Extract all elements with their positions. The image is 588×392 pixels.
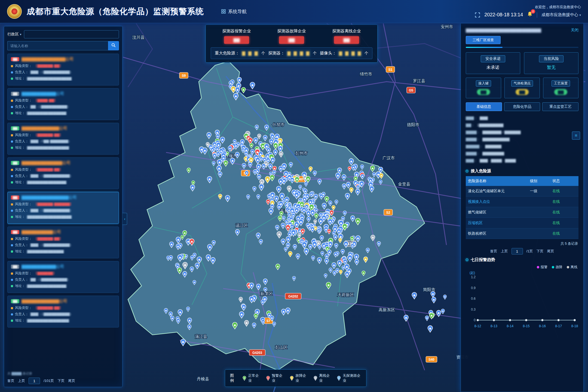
prev-page-link[interactable]: 上页	[18, 378, 25, 383]
info-value: ▇▇▇▇▇▇▇▇	[482, 150, 578, 157]
expand-panel-icon[interactable]: ≡	[572, 131, 580, 140]
table-header: 危险源名称	[466, 176, 528, 186]
svg-text:8-14: 8-14	[507, 324, 513, 328]
close-button[interactable]: 关闭	[571, 28, 578, 33]
first-page-link[interactable]: 首页	[7, 378, 14, 383]
org-dropdown[interactable]: 成都市应急救援中心 ▾	[541, 12, 581, 17]
trend-legend-item: 故障	[552, 265, 562, 270]
hazard-row[interactable]: 压缩机区在线	[466, 218, 578, 228]
search-button[interactable]	[108, 41, 119, 50]
enterprise-card[interactable]: ▇▇▇▇▇▇▇▇▇▇▇▇▇▇▇▇公司风险类型：【▇▇▇▇▇▇-▇▇】负责人：▇▇…	[7, 54, 119, 85]
address-label: 地址：	[15, 76, 25, 81]
address-label: 地址：	[15, 145, 25, 150]
svg-text:S1: S1	[388, 68, 393, 72]
hazard-row[interactable]: 燃气储罐区在线	[466, 207, 578, 218]
next-page-link[interactable]: 下页	[536, 249, 543, 254]
legend-pin-icon	[242, 375, 247, 381]
table-header: 级别	[528, 176, 550, 186]
page-number-input[interactable]	[29, 378, 40, 384]
hazard-name: 液化石油气储罐区单元	[466, 186, 528, 197]
road-shield: G5	[407, 87, 415, 93]
risk-value: 【▇▇▇▇▇▇-▇▇】	[34, 64, 63, 68]
3d-tour-button[interactable]: 三维厂区巡查	[466, 36, 501, 44]
hazard-level	[528, 228, 550, 239]
person-label: 负责人：	[15, 139, 29, 144]
risk-value: 【▇▇▇▇▇▇-▇▇】	[34, 167, 63, 172]
legend-item: 无探测器企业	[337, 373, 361, 383]
enterprise-card[interactable]: ▇▇▇▇▇▇▇▇▇▇▇▇▇▇公司风险类型：【▇▇▇▇▇▇-▇▇】负责人：▇▇▇（…	[7, 123, 119, 155]
current-risk-value: 暂无	[526, 65, 576, 71]
enterprise-card[interactable]: ▇▇▇▇▇▇▇▇▇▇▇▇▇▇公司风险类型：【▇▇▇▇▇▇-▇▇】负责人：▇▇▇（…	[7, 296, 119, 327]
status-badge: ▇▇	[11, 195, 19, 200]
person-label: 负责人：	[15, 277, 29, 282]
svg-text:G5: G5	[409, 88, 413, 92]
detail-tab[interactable]: 危险化学品	[504, 102, 540, 111]
hazard-row[interactable]: 视频接入点位在线	[466, 197, 578, 207]
metric-box: 工艺装置▇▇	[543, 78, 578, 98]
address-icon	[11, 181, 13, 183]
notification-bell-icon[interactable]: 0	[527, 11, 532, 18]
map-place-label: 新津区	[260, 291, 272, 296]
legend-item: 正常企业	[242, 373, 261, 383]
risk-value: 【▇▇▇▇▇▇-▇▇】	[34, 133, 63, 137]
next-page-link[interactable]: 下页	[57, 378, 65, 383]
hazard-row[interactable]: 液化石油气储罐区单元一级在线	[466, 186, 578, 197]
map-place-label: 彭州市	[295, 151, 308, 155]
page-total-label: /1页	[526, 249, 533, 254]
system-nav-label: 系统导航	[228, 8, 247, 15]
legend-label: 故障企业	[295, 373, 308, 383]
enterprise-card[interactable]: ▇▇▇▇▇▇▇▇▇▇▇▇▇公司风险类型：【▇▇▇▇▇▇】负责人：▇▇（1▇▇▇▇…	[7, 261, 119, 293]
risk-icon	[11, 238, 13, 240]
prev-page-link[interactable]: 上页	[501, 249, 508, 254]
legend-label: 无探测器企业	[343, 373, 361, 383]
risk-label: 风险类型：	[15, 64, 32, 68]
address-icon	[11, 147, 13, 149]
enterprise-detail-panel: ▇▇▇▇▇▇▇▇▇▇▇▇▇▇▇▇▇▇▇▇▇▇▇▇ 关闭 三维厂区巡查 安全承诺 …	[461, 23, 584, 392]
enterprise-card[interactable]: ▇▇▇▇▇▇▇▇▇▇▇▇公司风险类型：【▇▇▇▇▇▇-▇▇】负责人：▇▇▇（1▇…	[7, 226, 119, 258]
enterprise-name: ▇▇▇▇▇▇▇▇▇▇▇▇▇公司	[22, 160, 71, 166]
detail-tab[interactable]: 重点监管工艺	[542, 102, 578, 111]
page-number-input[interactable]	[512, 248, 523, 255]
detail-tab[interactable]: 基础信息	[466, 102, 502, 111]
counter-unit: 个	[261, 51, 265, 56]
address-value: ▇▇▇▇▇▇▇▇▇▇▇▇▇▇▇▇	[27, 318, 69, 323]
address-icon	[11, 78, 13, 80]
metric-value: ▇▇	[477, 89, 490, 95]
metric-label: 气体检测点	[511, 80, 533, 87]
legend-pin-icon	[290, 375, 294, 381]
person-icon	[11, 175, 13, 177]
legend-item: 故障企业	[290, 373, 308, 383]
svg-text:S2: S2	[386, 211, 390, 215]
metric-label: 接入罐	[476, 80, 491, 87]
hazard-row[interactable]: 铁路栈桥区在线	[466, 228, 578, 239]
address-label: 地址：	[15, 215, 25, 219]
info-row: ▇▇▇▇▇：▇▇▇▇▇▇	[466, 143, 578, 150]
header: 成都市重大危险源（危险化学品）监测预警系统 系统导航 欢迎您，成都市应急救援中心…	[0, 0, 588, 23]
svg-text:8-12: 8-12	[474, 324, 481, 328]
risk-value: 【▇▇▇▇-▇▇】	[34, 98, 58, 103]
enterprise-card[interactable]: ▇▇▇▇▇▇▇▇▇▇▇▇▇公司风险类型：【▇▇▇▇-▇▇】负责人：▇▇（1▇▇▇…	[7, 88, 119, 120]
region-filter-dropdown[interactable]: 行政区 ▾	[7, 32, 21, 37]
fullscreen-icon[interactable]	[475, 13, 480, 17]
person-label: 负责人：	[15, 70, 29, 75]
table-header: 状态	[550, 176, 578, 186]
info-label: ▇▇▇：	[466, 115, 477, 122]
address-value: ▇▇▇▇▇▇▇▇▇▇▇▇▇▇▇	[27, 284, 66, 288]
risk-icon	[11, 169, 13, 171]
system-nav-button[interactable]: 系统导航	[221, 8, 247, 15]
metric-label: 工艺装置	[552, 80, 570, 87]
enterprise-card[interactable]: ▇▇▇▇▇▇▇▇▇▇▇▇▇▇▇▇▇公司风险类型：【▇▇▇▇▇▇-▇▇▇▇▇▇】负…	[7, 192, 119, 224]
sidebar-collapse-toggle[interactable]: ‹	[122, 213, 127, 225]
last-page-link[interactable]: 尾页	[68, 378, 75, 383]
road-shield: G4203	[249, 350, 265, 356]
risk-label: 风险类型：	[15, 237, 32, 241]
detector-company-stat: 探测器离线企业▇▇	[321, 29, 372, 44]
first-page-link[interactable]: 首页	[490, 249, 497, 254]
map-place-label: 德阳市	[407, 122, 419, 127]
last-page-link[interactable]: 尾页	[547, 249, 554, 254]
region-filter-input[interactable]	[24, 30, 119, 38]
search-input[interactable]	[7, 41, 108, 50]
hazard-name: 压缩机区	[466, 218, 528, 228]
person-value: ▇▇▇（0▇▇-▇▇▇▇▇▇▇）	[30, 139, 72, 144]
enterprise-card[interactable]: ▇▇▇▇▇▇▇▇▇▇▇▇▇▇▇公司风险类型：【▇▇▇▇▇▇-▇▇】负责人：▇▇▇…	[7, 157, 119, 189]
